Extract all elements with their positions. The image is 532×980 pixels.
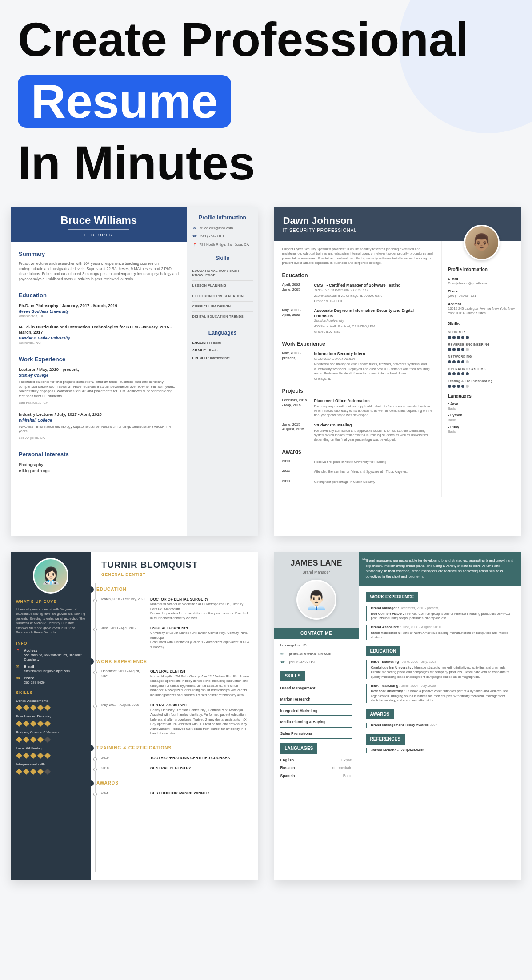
edu-title: Ph.D. in Philosophy / January, 2017 - Ma… — [19, 303, 179, 309]
skill-rating — [16, 705, 85, 711]
date-range: 2018 — [101, 766, 146, 771]
contact-item: ☎(5232)-452-9861 — [280, 660, 352, 665]
sidebar-heading: Profile Information — [448, 267, 515, 273]
language-item: ENGLISH : Fluent — [192, 341, 253, 346]
item-desc: University of South Marico / 34 Raritan … — [150, 631, 251, 649]
resume-name: TURNIR BLOMQUIST — [101, 559, 251, 571]
exp-company: Stach Association : — [371, 631, 402, 635]
contact-icon: ☎ — [192, 234, 197, 239]
intro-text: Diligent Cyber Security Specialist profi… — [282, 247, 434, 266]
exp-desc: Facilitated students for final projects … — [19, 380, 179, 399]
edu-school: New York University : — [371, 689, 405, 693]
edu-address: 450 Serra Mall, Stanford, CA 94305, USA — [314, 324, 434, 329]
edu-school: Stanford University — [314, 319, 434, 323]
language-level: Basic — [448, 406, 515, 410]
contact-value: turnir.blomquist@example.com — [24, 669, 70, 673]
info-value: (207) 4545454 121 — [448, 294, 515, 298]
section-heading: WORK EXPERIENCE — [366, 592, 419, 602]
language-name: English — [280, 758, 294, 763]
edu-item: Ph.D. in Philosophy / January, 2017 - Ma… — [19, 303, 179, 319]
contact-icon: 📍 — [192, 243, 197, 247]
item-title: BEST DOCTOR AWARD WINNER — [150, 791, 209, 796]
date-range: February, 2015 - May, 2015 — [282, 398, 309, 418]
award-year: 2012 — [282, 469, 309, 474]
timeline-item: 2018GENERAL DENTISTRY — [101, 766, 251, 771]
skill-item: Interpersonal skills — [16, 762, 85, 775]
resume-header: Bruce Williams LECTURER — [11, 207, 187, 242]
avatar: 👨🏻‍💼 — [296, 580, 336, 620]
edu-item: MBA - Marketing / June, 2006 - July, 200… — [366, 660, 515, 679]
language-name: Python — [450, 413, 462, 417]
skill-item: DIGITAL EDUCATION TRENDS — [192, 312, 253, 322]
timeline-item: 2019TOOTH OPERATIONS CERTIFIED COURSES — [101, 756, 251, 761]
section-heading: EDUCATION — [101, 586, 251, 593]
sidebar-heading: Skills — [192, 255, 253, 262]
language-item: RussianIntermediate — [280, 764, 352, 772]
edu-school: TRIDENT COMMUNITY COLLEGE — [314, 288, 401, 293]
timeline-line — [95, 583, 96, 872]
resume-grid: Bruce Williams LECTURER SummaryProactive… — [0, 207, 532, 898]
language-item: • RubyBasic — [448, 425, 515, 434]
location-text: Los Angeles, US — [280, 643, 352, 648]
date-range: June, 2013 - April, 2017 — [101, 626, 146, 649]
date-range: March, 2018 - February, 2021 — [101, 597, 146, 621]
interest-item: Photography — [19, 462, 179, 467]
sidebar-heading: Languages — [192, 329, 253, 336]
project-item: February, 2015 - May, 2015Placement Offi… — [282, 398, 434, 418]
project-title: Student Counseling — [314, 422, 434, 428]
exp-item: Industry Lecturer / July, 2017 - April, … — [19, 412, 179, 441]
skill-name: Laser Whitening — [16, 746, 85, 751]
resume-role: LECTURER — [15, 232, 183, 238]
language-name: Java — [450, 402, 458, 406]
skill-item: Testing & Troubleshooting — [448, 379, 515, 387]
contact-icon: ✉ — [16, 665, 21, 669]
skill-item: Four handed Dentistry — [16, 714, 85, 727]
edu-title: CMST - Certified Manager of Software Tes… — [314, 283, 401, 288]
skill-item: Laser Whitening — [16, 746, 85, 759]
language-name: Russian — [280, 765, 295, 770]
contact-icon: ☎ — [16, 676, 21, 681]
contact-value: 789 North Ridge, San Jose, CA — [200, 243, 249, 247]
award-item: 2012Attended the seminar on Virus and Sp… — [282, 469, 434, 474]
contact-label: Address — [24, 649, 85, 653]
skill-name: Dental Assessments — [16, 699, 85, 704]
award-year: 2007 — [430, 723, 437, 727]
hero-highlight: Resume — [18, 75, 231, 128]
award-item: Brand Management Today Awards 2007 — [366, 723, 515, 728]
skill-name: Bridges, Crowns & Veneers — [16, 730, 85, 735]
section-heading: AWARDS — [366, 709, 394, 720]
skill-item: Integrated Marketing — [280, 707, 352, 716]
sidebar-heading: SKILLS — [280, 671, 305, 681]
sidebar-heading: Languages — [448, 393, 515, 399]
item-title: DENTAL ASSISTANT — [150, 703, 251, 708]
date-range: June, 2006 - July, 2008 — [402, 660, 436, 664]
resume-sidebar: JAMES LANE Brand Manager 👨🏻‍💼 CONTACT ME… — [274, 552, 359, 880]
award-item: 2013Got highest percentage in Cyber-Secu… — [282, 479, 434, 484]
exp-company: Whitehall College — [19, 418, 179, 423]
resume-card-bruce: Bruce Williams LECTURER SummaryProactive… — [11, 207, 258, 536]
contact-item: 📍Address555 Main St, Jacksonville Rd,Cin… — [16, 649, 85, 662]
contact-icon: ✉ — [192, 226, 197, 231]
exp-item: May, 2013 - present,Information Security… — [282, 351, 434, 381]
section-heading: Work Experience — [282, 340, 434, 347]
date-range: June, 2008 - August, 2010 — [402, 625, 441, 629]
section-heading: Projects — [282, 387, 434, 394]
edu-item: May, 2000 - April, 2002Associate Degree … — [282, 308, 434, 334]
language-level: Basic — [448, 430, 515, 434]
award-desc: Receive first prize in Amity University … — [314, 460, 388, 464]
edu-school: Green Goddess University — [19, 309, 179, 314]
quote-block: Brand managers are responsible for devel… — [359, 552, 522, 586]
contact-value: (541) 754-3010 — [200, 234, 224, 239]
resume-card-dawn: Dawn Johnson IT SECURITY PROFESSIONAL Di… — [274, 207, 522, 536]
skill-name: SECURITY — [448, 330, 515, 334]
profile-info-item: Phone(207) 4545454 121 — [448, 289, 515, 298]
reference-item: Jakom Mokabe - (720)-943-5432 — [366, 748, 515, 753]
resume-sidebar: 👨🏽 Profile Information E-mailDawnjohnson… — [441, 241, 521, 497]
skill-item: REVERSE ENGINEERING — [448, 343, 515, 351]
contact-heading: CONTACT ME — [274, 628, 359, 639]
section-heading: Awards — [282, 448, 434, 455]
skill-name: Interpersonal skills — [16, 762, 85, 767]
timeline-item: June, 2013 - April, 2017BS HEALTH SCIENC… — [101, 626, 251, 649]
summary-text: Proactive lecturer and researcher with 1… — [19, 261, 179, 282]
interest-item: Hiking and Yoga — [19, 468, 179, 474]
